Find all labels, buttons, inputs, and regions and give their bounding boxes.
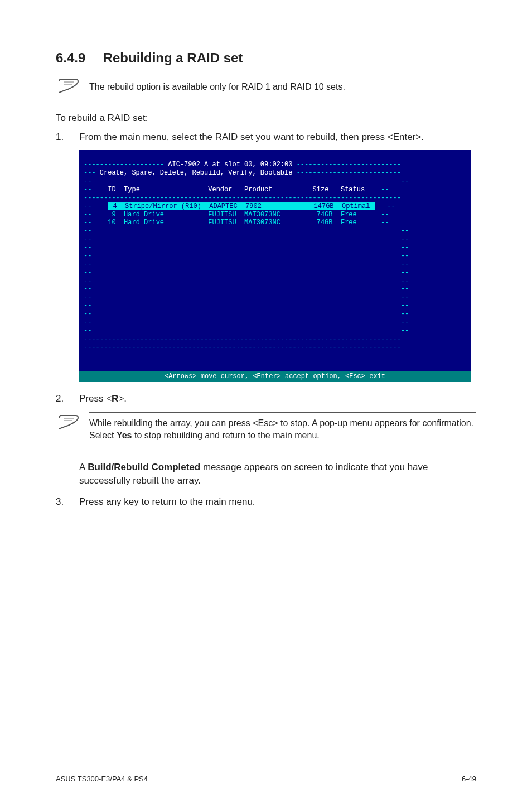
footer-left: ASUS TS300-E3/PA4 & PS4 bbox=[56, 775, 148, 783]
page-footer: ASUS TS300-E3/PA4 & PS4 6-49 bbox=[56, 771, 476, 783]
section-heading: 6.4.9 Rebuilding a RAID set bbox=[56, 50, 476, 66]
step-1-number: 1. bbox=[56, 131, 79, 144]
bios-title-dash-r: -------------------------- bbox=[297, 161, 401, 168]
note-block-1: The rebuild option is available only for… bbox=[56, 76, 476, 99]
intro-text: To rebuild a RAID set: bbox=[56, 113, 476, 124]
bios-row-1: 9 Hard Drive FUJITSU MAT3073NC 74GB Free bbox=[112, 211, 356, 219]
bios-col-status: Status bbox=[341, 186, 365, 194]
note-text-2: While rebuilding the array, you can pres… bbox=[89, 412, 476, 447]
note-text-1: The rebuild option is available only for… bbox=[89, 76, 476, 99]
section-number: 6.4.9 bbox=[56, 50, 99, 66]
bios-col-id: ID bbox=[108, 186, 115, 194]
bios-footer: <Arrows> move cursor, <Enter> accept opt… bbox=[79, 371, 471, 382]
completed-message: A Build/Rebuild Completed message appear… bbox=[79, 461, 476, 487]
bios-title: AIC-7902 A at slot 00, 09:02:00 bbox=[164, 161, 297, 168]
step-2-number: 2. bbox=[56, 392, 79, 405]
bios-row-0: 4 Stripe/Mirror (R10) ADAPTEC 7902 147GB… bbox=[108, 202, 375, 210]
bios-menu-dash-r: -------------------------- bbox=[297, 169, 401, 177]
note-icon bbox=[56, 76, 89, 96]
section-title: Rebuilding a RAID set bbox=[103, 50, 243, 65]
step-2-text: Press <R>. bbox=[79, 392, 127, 405]
step-1-text: From the main menu, select the RAID set … bbox=[79, 131, 424, 144]
step-3-number: 3. bbox=[56, 495, 79, 509]
note-block-2: While rebuilding the array, you can pres… bbox=[56, 412, 476, 447]
step-3: 3. Press any key to return to the main m… bbox=[56, 495, 476, 509]
bios-row-2: 10 Hard Drive FUJITSU MAT3073NC 74GB Fre… bbox=[108, 219, 357, 226]
bios-col-vendor: Vendor bbox=[208, 186, 232, 194]
step-2: 2. Press <R>. bbox=[56, 392, 476, 405]
bios-col-size: Size bbox=[313, 186, 329, 194]
bios-menu: Create, Spare, Delete, Rebuild, Verify, … bbox=[96, 169, 297, 177]
bios-col-product: Product bbox=[244, 186, 272, 194]
footer-right: 6-49 bbox=[462, 775, 476, 783]
bios-screenshot: -------------------- AIC-7902 A at slot … bbox=[79, 150, 471, 382]
bios-menu-dash-l: --- bbox=[84, 169, 96, 177]
note-icon bbox=[56, 412, 89, 432]
step-3-text: Press any key to return to the main menu… bbox=[79, 495, 255, 509]
bios-col-type: Type bbox=[124, 186, 140, 194]
bios-title-dash-l: -------------------- bbox=[84, 161, 164, 168]
step-1: 1. From the main menu, select the RAID s… bbox=[56, 131, 476, 144]
